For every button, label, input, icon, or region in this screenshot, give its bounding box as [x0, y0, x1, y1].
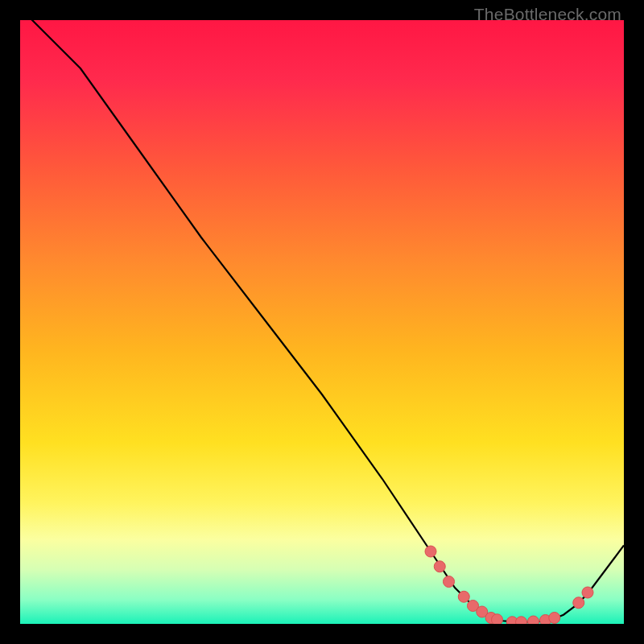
- curve-marker: [516, 617, 527, 624]
- curve-marker: [582, 587, 593, 598]
- curve-marker: [425, 546, 436, 557]
- chart-frame: TheBottleneck.com: [0, 0, 644, 644]
- curve-marker: [573, 597, 584, 609]
- curve-marker: [458, 591, 469, 602]
- curve-marker: [444, 576, 455, 588]
- curve-marker: [549, 613, 560, 624]
- bottleneck-curve: [20, 20, 624, 622]
- chart-svg: [20, 20, 624, 624]
- curve-marker: [528, 616, 539, 624]
- curve-marker: [434, 561, 445, 572]
- curve-marker: [492, 614, 503, 624]
